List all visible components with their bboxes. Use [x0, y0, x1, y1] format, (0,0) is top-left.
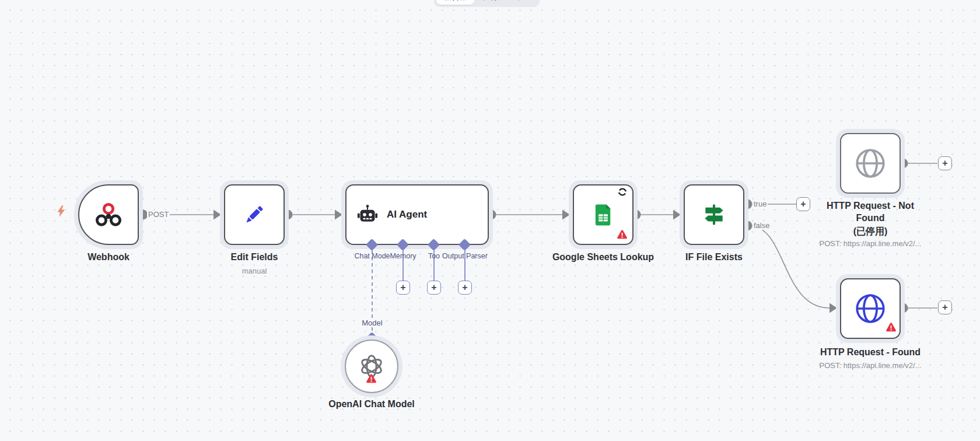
add-node-after-found-button[interactable]: +: [938, 300, 952, 314]
sub-connector-lines: [372, 250, 465, 333]
node-if-body: [684, 184, 744, 245]
add-node-after-true-button[interactable]: +: [796, 197, 810, 211]
node-ai-agent[interactable]: AI Agent: [341, 180, 493, 249]
google-sheets-label: Google Sheets Lookup: [545, 251, 662, 263]
http-found-subtitle: POST: https://api.line.me/v2/...: [806, 361, 935, 370]
view-tabs: 编辑器 执行 评估: [434, 0, 540, 7]
node-edit-fields[interactable]: [220, 180, 289, 249]
lightning-icon: [56, 205, 66, 219]
model-connector-label: Model: [360, 318, 384, 327]
output-parser-connector-label: Output Parser: [442, 252, 488, 260]
tab-executions[interactable]: 执行: [475, 0, 506, 5]
found-error-icon: [886, 322, 897, 335]
workflow-canvas[interactable]: 编辑器 执行 评估 Webhook POST: [0, 0, 980, 441]
node-http-not-found[interactable]: [836, 129, 905, 198]
globe-blue-icon: [854, 292, 887, 325]
node-http-not-found-body: [840, 133, 901, 194]
if-true-label: true: [752, 200, 768, 208]
signpost-icon: [701, 202, 727, 228]
robot-icon: [356, 203, 379, 226]
chat-model-connector-label: Chat Mode: [354, 252, 390, 260]
add-memory-button[interactable]: +: [396, 281, 410, 295]
edge-if-false-to-found: [750, 226, 830, 308]
edit-fields-label: Edit Fields: [196, 251, 313, 263]
memory-connector-label: Memory: [390, 252, 416, 260]
if-label: IF File Exists: [656, 251, 772, 263]
openai-error-icon: [366, 373, 377, 386]
edit-fields-subtitle: manual: [190, 267, 318, 275]
tab-evaluations[interactable]: 评估: [507, 0, 537, 5]
node-edit-fields-body: [224, 184, 285, 245]
node-if-file-exists[interactable]: [680, 180, 748, 249]
node-webhook[interactable]: [74, 180, 143, 249]
globe-gray-icon: [854, 147, 887, 180]
http-not-found-status: (已停用): [812, 225, 929, 237]
add-tool-button[interactable]: +: [427, 281, 441, 295]
sheets-error-icon: [617, 229, 628, 242]
add-output-parser-button[interactable]: +: [458, 281, 472, 295]
ai-agent-title: AI Agent: [387, 209, 427, 220]
loop-icon: [618, 187, 627, 199]
if-false-label: false: [752, 222, 771, 230]
tool-connector-label: Too: [428, 252, 440, 260]
pencil-icon: [242, 202, 267, 228]
http-not-found-label: HTTP Request - Not Found: [812, 200, 929, 224]
openai-label: OpenAI Chat Model: [313, 398, 430, 410]
add-node-after-notfound-button[interactable]: +: [938, 156, 952, 170]
webhook-label: Webhook: [50, 251, 167, 263]
http-found-label: HTTP Request - Found: [812, 346, 929, 358]
http-not-found-subtitle: POST: https://api.line.me/v2/...: [806, 239, 935, 248]
webhook-output-label: POST: [147, 211, 170, 219]
google-sheets-icon: [591, 202, 615, 227]
node-openai-chat-model[interactable]: [341, 335, 402, 397]
node-webhook-body: [78, 184, 139, 245]
node-ai-agent-body: AI Agent: [345, 184, 489, 245]
webhook-icon: [95, 201, 122, 228]
tab-editor[interactable]: 编辑器: [436, 0, 474, 5]
